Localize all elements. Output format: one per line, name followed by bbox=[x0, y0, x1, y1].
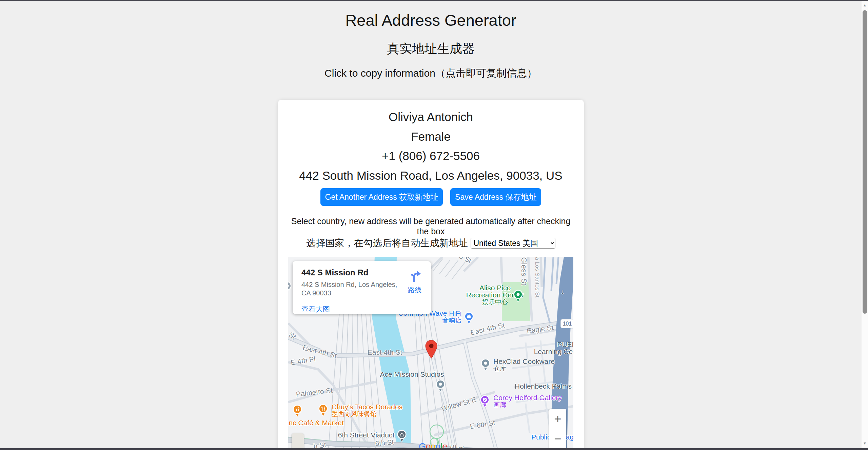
poi-label: Corey Helford Gallery画廊 bbox=[493, 394, 562, 408]
person-phone[interactable]: +1 (806) 672-5506 bbox=[288, 146, 574, 166]
street-label: Via Los Santos St bbox=[534, 257, 540, 297]
page-subtitle-zh: 真实地址生成器 bbox=[0, 41, 862, 57]
poi-label: 6th Street Viaduct bbox=[338, 431, 395, 438]
zoom-out-button[interactable]: − bbox=[549, 429, 566, 449]
poi-label: Ace Mission Studios bbox=[380, 371, 444, 378]
shopping-marker-icon[interactable] bbox=[464, 312, 474, 325]
park-marker-icon[interactable] bbox=[513, 290, 523, 302]
save-address-button[interactable]: Save Address 保存地址 bbox=[450, 188, 541, 206]
map-zoom-control: + − bbox=[549, 409, 566, 449]
directions-icon[interactable] bbox=[407, 278, 422, 284]
map[interactable]: E 3rd StGless StVia Los Santos StStEast … bbox=[288, 257, 573, 450]
street-label: East 4th St bbox=[368, 348, 402, 356]
scrollbar[interactable]: ▲ ▼ bbox=[862, 1, 868, 448]
poi-label: Hollenbeck Palms bbox=[515, 383, 572, 390]
view-larger-map-link[interactable]: 查看大图 bbox=[301, 305, 330, 314]
country-instruction-en: Select country, new address will be gene… bbox=[288, 216, 574, 236]
page: Real Address Generator 真实地址生成器 Click to … bbox=[0, 1, 862, 450]
address-pin-icon[interactable] bbox=[424, 340, 438, 360]
restaurant-marker-icon[interactable] bbox=[318, 404, 328, 417]
directions-label[interactable]: 路线 bbox=[403, 286, 426, 295]
expand-marker-icon[interactable] bbox=[288, 281, 292, 294]
zoom-in-button[interactable]: + bbox=[549, 409, 566, 429]
street-label: 6th St bbox=[375, 438, 394, 448]
freeway-ramps bbox=[543, 257, 558, 323]
person-gender[interactable]: Female bbox=[288, 127, 574, 146]
poi-label: HexClad Cookware仓库 bbox=[493, 358, 555, 372]
studio-marker-icon[interactable] bbox=[435, 379, 446, 392]
poi-label: Chuy's Tacos Dorados墨西哥风味餐馆 bbox=[332, 403, 402, 417]
poi-label: Zinc Café & Market bbox=[288, 419, 344, 426]
person-name[interactable]: Oliviya Antonich bbox=[288, 107, 574, 127]
gallery-marker-icon[interactable] bbox=[480, 395, 490, 408]
country-select-row: 选择国家，在勾选后将自动生成新地址 United States 美国 bbox=[288, 237, 574, 249]
address-card: Oliviya Antonich Female +1 (806) 672-550… bbox=[278, 100, 584, 450]
get-another-address-button[interactable]: Get Another Address 获取新地址 bbox=[320, 188, 443, 206]
copy-hint: Click to copy information（点击即可复制信息） bbox=[0, 67, 862, 79]
info-window-title: 442 S Mission Rd bbox=[301, 268, 403, 277]
warehouse-marker-icon[interactable] bbox=[480, 358, 491, 371]
ramp-arrow-icon: ↓ bbox=[561, 288, 564, 296]
street-label: Gless St bbox=[519, 257, 528, 285]
map-corner-control[interactable] bbox=[292, 433, 304, 450]
scroll-down-icon[interactable]: ▼ bbox=[862, 441, 868, 446]
poi-label: Learning Center bbox=[534, 348, 573, 355]
window-bottom-edge bbox=[0, 448, 868, 450]
window-top-edge bbox=[0, 0, 868, 1]
scrollbar-thumb[interactable] bbox=[863, 10, 867, 314]
directions-block[interactable]: 路线 bbox=[403, 268, 426, 314]
poi-label: PUENTE bbox=[557, 341, 573, 348]
highway-101-shield: 101 bbox=[561, 319, 573, 328]
info-window-body: 442 S Mission Rd 442 S Mission Rd, Los A… bbox=[301, 268, 403, 314]
map-info-window: 442 S Mission Rd 442 S Mission Rd, Los A… bbox=[293, 261, 431, 314]
restaurant-marker-icon[interactable] bbox=[292, 405, 302, 417]
person-address[interactable]: 442 South Mission Road, Los Angeles, 900… bbox=[288, 166, 574, 185]
viaduct-marker-icon[interactable] bbox=[397, 430, 407, 443]
scroll-up-icon[interactable]: ▲ bbox=[862, 2, 868, 8]
button-row: Get Another Address 获取新地址 Save Address 保… bbox=[288, 188, 574, 206]
info-window-address: 442 S Mission Rd, Los Angeles, CA 90033 bbox=[301, 280, 405, 297]
page-title: Real Address Generator bbox=[0, 12, 862, 29]
country-instruction-zh: 选择国家，在勾选后将自动生成新地址 bbox=[307, 237, 468, 250]
country-select[interactable]: United States 美国 bbox=[471, 238, 555, 249]
